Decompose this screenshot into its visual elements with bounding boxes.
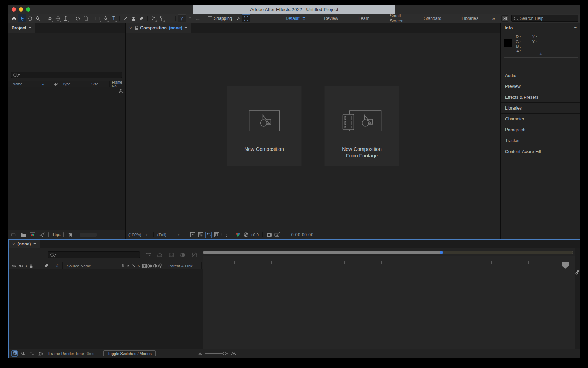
column-name[interactable]: Name	[8, 82, 42, 86]
rotation-tool[interactable]	[74, 14, 82, 22]
parent-link-column[interactable]: Parent & Link	[166, 264, 200, 268]
adjustment-layer-icon[interactable]	[152, 263, 158, 269]
column-size[interactable]: Size	[89, 82, 109, 86]
mask-visibility-button[interactable]	[206, 232, 211, 238]
project-search-input[interactable]	[21, 73, 119, 77]
panel-effects-presets[interactable]: Effects & Presets	[501, 92, 580, 102]
resolution-value[interactable]: (Full)	[157, 233, 166, 237]
navigator-bar[interactable]	[203, 251, 440, 254]
workspace-overflow-icon[interactable]: »	[488, 16, 498, 21]
timeline-tab[interactable]: × (none) ≡	[9, 240, 40, 248]
hide-shy-layers-button[interactable]	[157, 252, 162, 258]
motion-blur-switch-icon[interactable]	[147, 263, 152, 269]
view-axis-mode[interactable]	[194, 14, 202, 22]
interpret-footage-button[interactable]	[11, 232, 17, 238]
render-time-pane-button[interactable]	[38, 351, 43, 356]
camera-tool[interactable]	[82, 14, 90, 22]
timeline-search-dropdown-icon[interactable]	[55, 254, 57, 255]
rectangle-tool[interactable]	[94, 14, 102, 22]
close-composition-tab-icon[interactable]: ×	[129, 25, 132, 31]
layer-list-area[interactable]	[9, 269, 203, 349]
zoom-window-button[interactable]	[26, 7, 30, 12]
magnification-dropdown-icon[interactable]: ˅	[145, 233, 147, 237]
solo-icon[interactable]: ●	[25, 264, 27, 268]
effects-switch-icon[interactable]: fx	[136, 263, 142, 269]
transfer-controls-pane-button[interactable]	[20, 351, 26, 356]
local-axis-mode[interactable]	[178, 14, 186, 22]
workspace-libraries[interactable]: Libraries	[452, 16, 488, 21]
frame-blend-switch-icon[interactable]	[141, 263, 147, 269]
3d-layer-icon[interactable]	[158, 263, 163, 269]
sort-ascending-icon[interactable]: ▲	[42, 83, 51, 86]
project-settings-button[interactable]	[39, 232, 45, 238]
panel-content-aware-fill[interactable]: Content-Aware Fill	[501, 146, 580, 157]
snapping-checkbox[interactable]	[208, 16, 212, 20]
fast-previews-button[interactable]	[190, 232, 195, 238]
pan-camera-tool[interactable]	[54, 14, 62, 22]
timeline-search-box[interactable]	[48, 251, 140, 258]
workspace-learn[interactable]: Learn	[348, 16, 380, 21]
lock-icon[interactable]	[29, 264, 33, 268]
timeline-vertical-scrollbar[interactable]	[575, 248, 580, 269]
close-timeline-tab-icon[interactable]: ×	[12, 241, 15, 247]
snap-bounds-button[interactable]	[242, 14, 250, 22]
project-search-dropdown-icon[interactable]	[18, 74, 20, 76]
project-panel-menu-icon[interactable]: ≡	[29, 25, 31, 31]
roto-brush-tool[interactable]	[149, 14, 157, 22]
minimize-window-button[interactable]	[19, 7, 23, 12]
transparency-grid-button[interactable]	[198, 232, 203, 238]
puppet-pin-tool[interactable]	[157, 14, 165, 22]
navigator-range[interactable]	[443, 251, 573, 254]
channel-settings-button[interactable]	[235, 232, 241, 238]
new-composition-card[interactable]: New Composition	[227, 86, 302, 166]
workspace-review[interactable]: Review	[314, 16, 348, 21]
close-window-button[interactable]	[12, 7, 16, 12]
snap-arrow-button[interactable]	[234, 14, 242, 22]
panel-preview[interactable]: Preview	[501, 81, 580, 92]
clone-stamp-tool[interactable]	[130, 14, 138, 22]
workspace-default[interactable]: Default	[276, 16, 303, 21]
track-area[interactable]	[203, 269, 575, 349]
panel-paragraph[interactable]: Paragraph	[501, 124, 580, 135]
unlock-icon[interactable]	[134, 26, 138, 30]
source-name-column[interactable]: Source Name	[64, 264, 104, 268]
info-panel-menu-icon[interactable]: ≡	[574, 25, 577, 31]
number-column[interactable]: #	[54, 264, 60, 268]
exposure-value[interactable]: +0.0	[251, 233, 259, 237]
zoom-tool[interactable]	[34, 14, 42, 22]
zoom-slider-knob[interactable]	[223, 352, 226, 355]
home-button[interactable]	[10, 14, 18, 22]
project-flowchart-button[interactable]	[118, 89, 123, 95]
region-of-interest-button[interactable]	[213, 232, 219, 238]
exposure-reset-button[interactable]	[243, 232, 249, 238]
new-composition-button[interactable]	[30, 232, 35, 238]
take-snapshot-button[interactable]	[266, 232, 272, 238]
label-column[interactable]	[42, 263, 51, 268]
delete-button[interactable]	[67, 232, 73, 238]
help-search-input[interactable]	[520, 16, 576, 21]
workspace-menu-icon[interactable]: ≡	[303, 16, 314, 21]
selection-tool[interactable]	[18, 14, 26, 22]
show-snapshot-button[interactable]	[274, 232, 280, 238]
panel-libraries[interactable]: Libraries	[501, 102, 580, 113]
panel-tracker[interactable]: Tracker	[501, 135, 580, 146]
info-panel-title[interactable]: Info	[505, 25, 513, 30]
current-timecode[interactable]: 0:00:00:00	[291, 232, 314, 237]
timeline-zoom-slider[interactable]	[198, 352, 236, 355]
orbit-camera-tool[interactable]	[46, 14, 54, 22]
layer-switches-pane-button[interactable]	[12, 351, 17, 356]
mini-flowchart-button[interactable]	[145, 252, 151, 258]
panel-character[interactable]: Character	[501, 113, 580, 124]
column-type[interactable]: Type	[60, 82, 89, 86]
project-item-list[interactable]	[8, 87, 125, 230]
graph-editor-button[interactable]	[191, 252, 197, 258]
pen-tool[interactable]	[102, 14, 110, 22]
new-composition-from-footage-card[interactable]: New CompositionFrom Footage	[325, 86, 399, 166]
shy-switch-icon[interactable]	[120, 263, 126, 269]
quality-icon[interactable]	[131, 263, 136, 269]
type-tool[interactable]: T	[110, 14, 118, 22]
time-ruler[interactable]	[203, 256, 575, 269]
video-eye-icon[interactable]	[12, 264, 17, 267]
composition-panel-menu-icon[interactable]: ≡	[185, 25, 187, 31]
zoom-out-mountain-icon[interactable]	[198, 352, 202, 355]
